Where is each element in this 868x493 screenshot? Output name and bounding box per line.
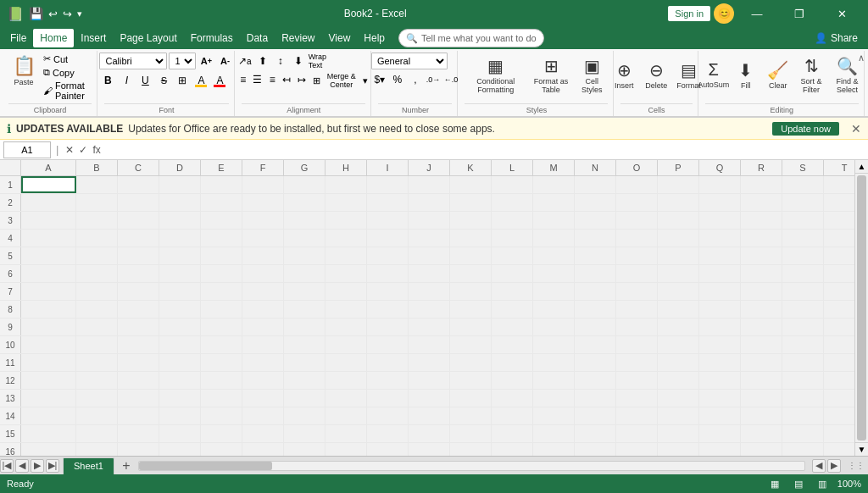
cell-S8[interactable] [782, 301, 824, 318]
menu-item-view[interactable]: View [322, 29, 358, 47]
cell-B14[interactable] [76, 407, 118, 424]
cell-H12[interactable] [326, 372, 367, 389]
cell-Q2[interactable] [699, 194, 741, 211]
cell-F3[interactable] [242, 212, 284, 229]
cell-reference-input[interactable] [3, 141, 51, 158]
cell-A14[interactable] [21, 407, 76, 424]
cell-A15[interactable] [21, 425, 76, 442]
cell-O16[interactable] [616, 443, 658, 456]
cell-Q13[interactable] [699, 390, 741, 407]
cell-D1[interactable] [159, 176, 201, 193]
horizontal-scrollbar[interactable] [138, 461, 805, 471]
cell-K1[interactable] [450, 176, 492, 193]
vertical-scrollbar[interactable]: ▲ ▼ [854, 160, 868, 456]
formula-cancel-icon[interactable]: ✕ [64, 144, 75, 156]
cell-O7[interactable] [616, 283, 658, 300]
cell-H14[interactable] [326, 407, 367, 424]
cell-Q6[interactable] [699, 265, 741, 282]
align-middle-button[interactable]: ↕ [272, 53, 289, 69]
col-header-S[interactable]: S [782, 160, 824, 175]
cell-D5[interactable] [159, 247, 201, 264]
font-name-select[interactable]: Calibri [99, 53, 167, 69]
cell-F8[interactable] [242, 301, 284, 318]
cell-R16[interactable] [741, 443, 782, 456]
cell-N12[interactable] [575, 372, 616, 389]
cell-R7[interactable] [741, 283, 782, 300]
cell-L15[interactable] [492, 425, 533, 442]
cell-B1[interactable] [76, 176, 118, 193]
col-header-P[interactable]: P [658, 160, 699, 175]
align-right-button[interactable]: ≡ [265, 71, 279, 88]
cell-G2[interactable] [284, 194, 326, 211]
cell-Q1[interactable] [699, 176, 741, 193]
cell-N1[interactable] [575, 176, 616, 193]
cell-J11[interactable] [409, 354, 450, 371]
col-header-I[interactable]: I [367, 160, 409, 175]
fill-color-button[interactable]: A [192, 72, 209, 89]
cell-E10[interactable] [201, 336, 242, 353]
cell-T9[interactable] [824, 319, 854, 335]
cell-D2[interactable] [159, 194, 201, 211]
cell-S4[interactable] [782, 230, 824, 246]
formula-confirm-icon[interactable]: ✓ [77, 144, 89, 156]
cell-C4[interactable] [118, 230, 159, 246]
cell-L9[interactable] [492, 319, 533, 335]
cell-T3[interactable] [824, 212, 854, 229]
cell-S6[interactable] [782, 265, 824, 282]
merge-center-button[interactable]: ⊞ Merge & Center ▾ [309, 71, 371, 90]
cell-I6[interactable] [367, 265, 409, 282]
cell-O6[interactable] [616, 265, 658, 282]
cell-E7[interactable] [201, 283, 242, 300]
cell-J1[interactable] [409, 176, 450, 193]
cell-S10[interactable] [782, 336, 824, 353]
cell-C1[interactable] [118, 176, 159, 193]
row-number-13[interactable]: 13 [0, 390, 21, 407]
cell-G10[interactable] [284, 336, 326, 353]
cell-I1[interactable] [367, 176, 409, 193]
signin-button[interactable]: Sign in [668, 6, 710, 21]
cell-I7[interactable] [367, 283, 409, 300]
cell-L7[interactable] [492, 283, 533, 300]
cell-A3[interactable] [21, 212, 76, 229]
col-header-F[interactable]: F [242, 160, 284, 175]
hscroll-right-button[interactable]: ▶ [827, 459, 841, 473]
cell-E9[interactable] [201, 319, 242, 335]
layout-view-button[interactable]: ▤ [790, 475, 807, 492]
cell-J14[interactable] [409, 407, 450, 424]
row-number-7[interactable]: 7 [0, 283, 21, 300]
cell-H10[interactable] [326, 336, 367, 353]
cell-R8[interactable] [741, 301, 782, 318]
cell-D6[interactable] [159, 265, 201, 282]
cell-M8[interactable] [533, 301, 575, 318]
cell-P5[interactable] [658, 247, 699, 264]
col-header-D[interactable]: D [159, 160, 201, 175]
cell-S13[interactable] [782, 390, 824, 407]
cell-A9[interactable] [21, 319, 76, 335]
cell-N8[interactable] [575, 301, 616, 318]
menu-item-formulas[interactable]: Formulas [184, 29, 240, 47]
cell-R2[interactable] [741, 194, 782, 211]
cell-L14[interactable] [492, 407, 533, 424]
scroll-down-button[interactable]: ▼ [855, 442, 868, 456]
cell-E4[interactable] [201, 230, 242, 246]
cell-J9[interactable] [409, 319, 450, 335]
cell-O10[interactable] [616, 336, 658, 353]
indent-inc-button[interactable]: ↦ [294, 71, 308, 88]
cell-T4[interactable] [824, 230, 854, 246]
cell-G5[interactable] [284, 247, 326, 264]
cell-M12[interactable] [533, 372, 575, 389]
cell-M16[interactable] [533, 443, 575, 456]
cell-N11[interactable] [575, 354, 616, 371]
cell-N6[interactable] [575, 265, 616, 282]
cell-H13[interactable] [326, 390, 367, 407]
cell-T5[interactable] [824, 247, 854, 264]
cell-C13[interactable] [118, 390, 159, 407]
cell-G9[interactable] [284, 319, 326, 335]
sheet-scroll-prev-button[interactable]: ◀ [15, 459, 29, 473]
cell-E8[interactable] [201, 301, 242, 318]
cell-P9[interactable] [658, 319, 699, 335]
cell-C10[interactable] [118, 336, 159, 353]
cell-L3[interactable] [492, 212, 533, 229]
cell-O8[interactable] [616, 301, 658, 318]
row-number-2[interactable]: 2 [0, 194, 21, 211]
